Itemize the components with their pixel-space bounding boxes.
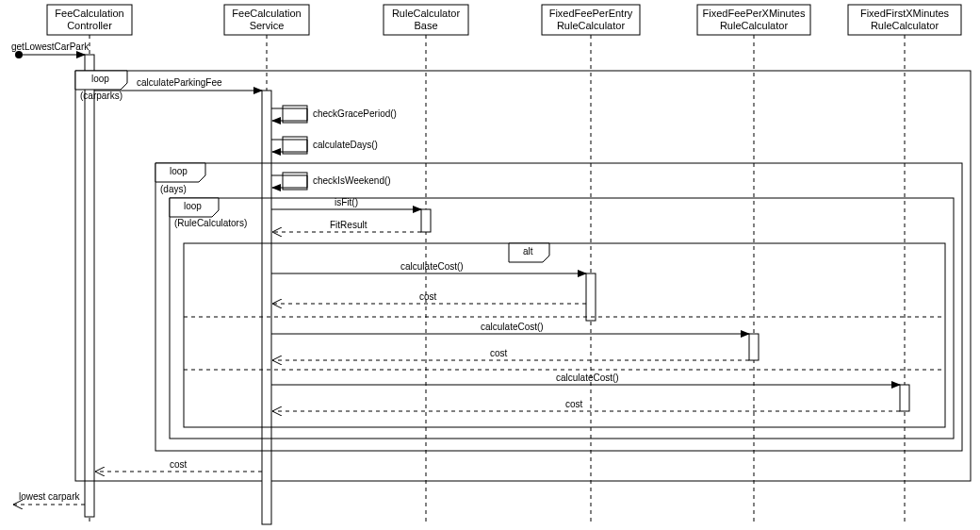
lifeline-fixedminutes: FixedFeePerXMinutes RuleCalculator xyxy=(697,5,810,523)
message-checkGracePeriod: checkGracePeriod() xyxy=(271,106,397,123)
activation-base xyxy=(421,209,431,232)
activation-minutes xyxy=(749,334,759,360)
frame-label: loop xyxy=(184,201,202,211)
lifeline-label: FeeCalculation xyxy=(232,8,301,19)
message-label: cost xyxy=(565,399,583,409)
message-label: isFit() xyxy=(335,197,358,207)
message-calculateDays: calculateDays() xyxy=(271,137,378,154)
lifeline-label: RuleCalculator xyxy=(871,20,939,31)
message-label: calculateParkingFee xyxy=(137,77,222,88)
message-label: cost xyxy=(419,291,437,302)
lifeline-label: FeeCalculation xyxy=(55,8,123,19)
message-label: getLowestCarPark xyxy=(11,41,90,52)
found-message-start xyxy=(15,51,23,58)
sequence-diagram: FeeCalculation Controller FeeCalculation… xyxy=(0,0,980,530)
lifeline-label: FixedFeePerEntry xyxy=(549,8,633,19)
message-label: cost xyxy=(490,348,508,358)
message-checkIsWeekend: checkIsWeekend() xyxy=(271,173,391,190)
frame-loop-days xyxy=(155,163,962,451)
message-label: cost xyxy=(170,459,188,470)
activation-controller xyxy=(85,55,94,517)
frame-guard: (RuleCalculators) xyxy=(174,218,247,228)
message-label: calculateDays() xyxy=(313,140,378,150)
frame-alt xyxy=(184,243,945,427)
lifeline-label: FixedFirstXMinutes xyxy=(860,8,950,19)
message-label: FitResult xyxy=(330,220,368,230)
message-label: calculateCost() xyxy=(400,261,464,272)
lifeline-label: RuleCalculator xyxy=(720,20,788,31)
frame-guard: (days) xyxy=(160,184,187,194)
frame-label: loop xyxy=(170,166,188,176)
frame-loop-rulecalculators xyxy=(170,198,954,439)
frame-guard: (carparks) xyxy=(80,91,122,101)
message-label: checkIsWeekend() xyxy=(313,175,391,186)
message-label: calculateCost() xyxy=(481,322,544,332)
activation-firstmin xyxy=(900,385,909,411)
lifeline-label: Service xyxy=(250,20,285,31)
message-label: lowest carpark xyxy=(19,491,80,502)
lifeline-label: RuleCalculator xyxy=(392,8,460,19)
lifeline-label: Base xyxy=(414,20,437,31)
message-label: checkGracePeriod() xyxy=(313,108,397,119)
activation-service xyxy=(262,91,271,524)
lifeline-label: RuleCalculator xyxy=(557,20,625,31)
frame-loop-carparks xyxy=(75,71,971,481)
message-label: calculateCost() xyxy=(556,373,619,383)
frame-label: alt xyxy=(523,246,533,257)
lifeline-label: Controller xyxy=(67,20,112,31)
frame-label: loop xyxy=(91,74,109,84)
lifeline-fixedentry: FixedFeePerEntry RuleCalculator xyxy=(542,5,640,523)
lifeline-label: FixedFeePerXMinutes xyxy=(703,8,806,19)
lifeline-firstminutes: FixedFirstXMinutes RuleCalculator xyxy=(848,5,961,523)
activation-entry xyxy=(586,273,596,321)
